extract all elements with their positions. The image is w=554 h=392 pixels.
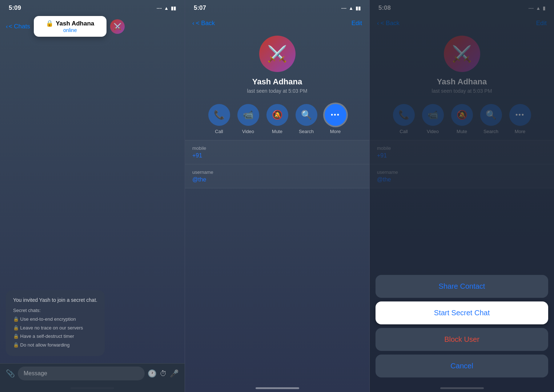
search-circle-p3: 🔍: [480, 104, 502, 126]
edit-button-p2[interactable]: Edit: [352, 20, 362, 27]
battery-icon-p2: ▮▮: [356, 5, 361, 11]
profile-status-p3: last seen today at 5:03 PM: [432, 88, 492, 94]
avatar-p1[interactable]: ⚔️: [110, 19, 125, 34]
time-p2: 5:07: [194, 4, 206, 12]
info-section-p3: mobile +91 username @the: [370, 140, 554, 188]
back-button-p2[interactable]: ‹ < Back: [192, 20, 215, 27]
nav-bar-p1: ‹ < Chats 🔒 Yash Adhana online ⚔️: [0, 15, 185, 40]
action-more-p2[interactable]: ••• More: [325, 104, 346, 134]
battery-icon-p3: ▮: [543, 5, 545, 11]
action-search-p3: 🔍 Search: [480, 104, 502, 134]
username-label-p2: username: [192, 169, 362, 175]
wifi-icon-p2: ▲: [349, 5, 353, 11]
call-label: Call: [215, 129, 223, 134]
block-user-button[interactable]: Block User: [376, 328, 548, 351]
video-label-p3: Video: [427, 129, 439, 134]
wifi-icon: ▲: [164, 5, 169, 11]
share-contact-button[interactable]: Share Contact: [376, 275, 548, 298]
action-more-p3: ••• More: [509, 104, 531, 134]
action-search-p2[interactable]: 🔍 Search: [296, 104, 317, 134]
back-chevron-p2: ‹: [192, 20, 194, 27]
profile-name-p2: Yash Adhana: [252, 77, 302, 87]
more-label: More: [330, 129, 341, 134]
signal-icon-p2: ····: [341, 5, 346, 11]
avatar-large-p3: ⚔️: [444, 36, 480, 72]
mobile-row-p3: mobile +91: [370, 140, 554, 164]
status-bar-p2: 5:07 ···· ▲ ▮▮: [185, 0, 369, 15]
action-call-p2[interactable]: 📞 Call: [208, 104, 230, 134]
mobile-value-p2[interactable]: +91: [192, 152, 362, 159]
back-chevron-icon: ‹: [6, 23, 8, 30]
back-button-p1[interactable]: ‹ < Chats: [6, 23, 30, 30]
nav-bar-p2: ‹ < Back Edit: [185, 15, 369, 30]
secret-item-1: 🔒 Use end-to-end encryption: [13, 316, 97, 323]
status-bar-p3: 5:08 ···· ▲ ▮: [370, 0, 554, 15]
lock-icon-bubble: 🔒: [46, 20, 53, 27]
username-value-p3: @the: [377, 176, 547, 183]
username-row-p3: username @the: [370, 164, 554, 188]
title-bubble-name: 🔒 Yash Adhana: [46, 20, 94, 27]
search-label: Search: [299, 129, 314, 134]
video-icon-circle: 📹: [237, 104, 259, 126]
home-indicator-p2: [256, 387, 299, 389]
action-mute-p3: 🔕 Mute: [451, 104, 473, 134]
call-label-p3: Call: [400, 129, 408, 134]
message-bar: 📎 Message 🕐 ⏱ 🎤: [0, 363, 185, 392]
title-bubble-status: online: [63, 27, 77, 33]
video-circle-p3: 📹: [422, 104, 444, 126]
nav-bar-p3: ‹ < Back Edit: [370, 15, 554, 30]
search-icon-circle: 🔍: [296, 104, 317, 126]
battery-icon: ▮▮: [171, 5, 176, 11]
clock-icon[interactable]: 🕐: [148, 369, 157, 378]
mobile-label-p2: mobile: [192, 145, 362, 151]
mute-icon-circle: 🔕: [266, 104, 288, 126]
profile-name-p3: Yash Adhana: [437, 77, 487, 87]
secret-invite-title: You invited Yash to join a secret chat.: [13, 296, 97, 304]
action-video-p3: 📹 Video: [422, 104, 444, 134]
more-label-p3: More: [515, 129, 526, 134]
back-chevron-p3: ‹: [377, 20, 379, 27]
edit-button-p3[interactable]: Edit: [536, 20, 547, 27]
timer-icon[interactable]: ⏱: [160, 369, 167, 378]
panel-context-menu: 5:08 ···· ▲ ▮ ‹ < Back Edit ⚔️ Yash Adha…: [369, 0, 554, 392]
action-video-p2[interactable]: 📹 Video: [237, 104, 259, 134]
wifi-icon-p3: ▲: [536, 5, 541, 11]
time-p3: 5:08: [378, 4, 391, 12]
mic-icon[interactable]: 🎤: [170, 369, 179, 378]
panel-profile: 5:07 ···· ▲ ▮▮ ‹ < Back Edit ⚔️ Yash Adh…: [185, 0, 369, 392]
username-value-p2[interactable]: @the: [192, 176, 362, 183]
secret-item-4: 🔒 Do not allow forwarding: [13, 341, 97, 349]
panel-chat: 5:09 ···· ▲ ▮▮ ‹ < Chats 🔒 Yash Adhana o…: [0, 0, 185, 392]
mobile-row-p2: mobile +91: [185, 140, 369, 164]
context-menu: Share Contact Start Secret Chat Block Us…: [376, 275, 548, 377]
action-call-p3: 📞 Call: [393, 104, 415, 134]
secret-section-label: Secret chats:: [13, 307, 97, 315]
mobile-value-p3: +91: [377, 152, 547, 159]
call-icon-circle: 📞: [208, 104, 230, 126]
search-label-p3: Search: [483, 129, 498, 134]
secret-info-bubble: You invited Yash to join a secret chat. …: [6, 290, 105, 356]
info-section-p2: mobile +91 username @the: [185, 140, 369, 188]
signal-icon: ····: [157, 5, 162, 11]
username-label-p3: username: [377, 169, 547, 175]
time-p1: 5:09: [9, 4, 21, 12]
profile-section-p2: ⚔️ Yash Adhana last seen today at 5:03 P…: [185, 30, 369, 101]
message-input[interactable]: Message: [18, 367, 145, 380]
cancel-button[interactable]: Cancel: [376, 355, 548, 377]
paperclip-icon[interactable]: 📎: [6, 369, 15, 378]
secret-item-2: 🔒 Leave no trace on our servers: [13, 324, 97, 332]
chat-area: You invited Yash to join a secret chat. …: [0, 40, 185, 363]
action-mute-p2[interactable]: 🔕 Mute: [266, 104, 288, 134]
mute-circle-p3: 🔕: [451, 104, 473, 126]
title-bubble: 🔒 Yash Adhana online: [34, 16, 107, 37]
more-circle-p3: •••: [509, 104, 531, 126]
username-row-p2: username @the: [185, 164, 369, 188]
mute-label-p3: Mute: [457, 129, 467, 134]
home-indicator-p3: [440, 387, 484, 389]
start-secret-chat-button[interactable]: Start Secret Chat: [376, 301, 548, 324]
back-button-p3[interactable]: ‹ < Back: [377, 20, 400, 27]
profile-status-p2: last seen today at 5:03 PM: [247, 88, 308, 94]
status-bar-p1: 5:09 ···· ▲ ▮▮: [0, 0, 185, 15]
avatar-large-p2: ⚔️: [259, 36, 296, 72]
profile-section-p3: ⚔️ Yash Adhana last seen today at 5:03 P…: [370, 30, 554, 101]
